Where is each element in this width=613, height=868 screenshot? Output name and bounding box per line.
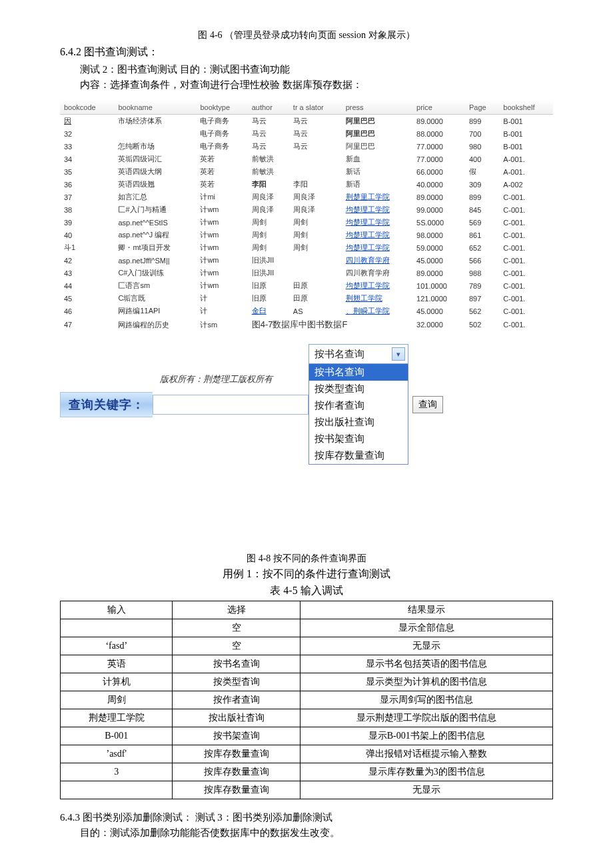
query-option[interactable]: 按书架查询 (309, 431, 408, 447)
db-cell: 44 (60, 279, 114, 292)
db-cell: 34 (60, 153, 114, 165)
table-row: 45C垢言既计旧原田原荆翅工学院121.0000897C-001. (60, 292, 553, 305)
db-header-cell: Page (465, 101, 499, 115)
result-cell: 空 (173, 637, 301, 655)
db-cell: 988 (465, 267, 499, 279)
db-cell: 周良泽 (248, 203, 289, 216)
db-cell (289, 165, 342, 178)
db-cell: 匚语言sm (114, 279, 196, 292)
db-cell: C-001. (499, 241, 553, 254)
db-cell: 计wm (196, 267, 247, 279)
chevron-down-icon[interactable]: ▾ (392, 347, 405, 361)
db-cell: 计wm (196, 254, 247, 267)
table-row: 35英语四级大纲英若前敏洪新话66.0000假A-001. (60, 165, 553, 178)
test3-purpose: 目的：测试添加删除功能能否使数据库中的数据发生改变。 (60, 827, 553, 839)
db-cell: C-001. (499, 292, 553, 305)
db-cell: 652 (465, 241, 499, 254)
result-cell: 显示书名包括英语的图书信息 (301, 655, 553, 673)
result-cell: 按书名查询 (173, 655, 301, 673)
db-cell: 新话 (342, 165, 412, 178)
result-cell: 按作者查询 (173, 691, 301, 709)
db-cell: 89.0000 (412, 115, 465, 128)
db-cell: 新语 (342, 178, 412, 191)
db-cell: 电子商务 (196, 140, 247, 153)
db-cell: 斗1 (60, 241, 114, 254)
db-cell: 40.0000 (412, 178, 465, 191)
db-header-cell: price (412, 101, 465, 115)
db-cell: 47 (60, 317, 114, 332)
db-cell: 荆楚里工学院 (342, 191, 412, 203)
db-cell: 均楚理工学院 (342, 279, 412, 292)
table-row: 英语按书名查询显示书名包括英语的图书信息 (61, 655, 553, 673)
db-cell: C#入门级训练 (114, 267, 196, 279)
db-cell: 36 (60, 178, 114, 191)
copyright-text: 版权所有：荆楚理工版权所有 (160, 373, 273, 385)
query-option[interactable]: 按书名查询 (309, 364, 408, 381)
db-cell: 101.0000 (412, 279, 465, 292)
db-cell: 周剑 (248, 241, 289, 254)
result-cell: 英语 (61, 655, 173, 673)
result-cell: 周剑 (61, 691, 173, 709)
table-row: 因市场经济体系电子商务马云马云阿里巴巴89.0000899B-001 (60, 115, 553, 128)
table-row: 33怎纯断市场电子商务马云马云阿里巴巴77.0000980B-001 (60, 140, 553, 153)
db-cell: C垢言既 (114, 292, 196, 305)
db-header-cell: author (248, 101, 289, 115)
db-cell: 计wm (196, 229, 247, 241)
result-cell: 按库存数量查询 (173, 745, 301, 763)
db-cell: 英若 (196, 165, 247, 178)
table-row: 46网路编11API计金臼AS、荆瞬工学院45.0000562C-001. (60, 305, 553, 317)
db-cell: 市场经济体系 (114, 115, 196, 128)
database-book-table: bookcodebooknamebooktypeauthortr a slato… (60, 101, 553, 332)
db-cell: 四川教育学府 (342, 267, 412, 279)
db-cell: 四川教育学府 (342, 254, 412, 267)
query-option[interactable]: 按出版社查询 (309, 414, 408, 431)
db-cell: C-001. (499, 317, 553, 332)
db-cell: 700 (465, 127, 499, 140)
db-cell: C-001. (499, 203, 553, 216)
db-cell: 李阳 (248, 178, 289, 191)
db-cell: 89.0000 (412, 267, 465, 279)
section-6-4-3-title: 6.4.3 图书类别添加删除测试： 测试 3：图书类别添加删除测试 (60, 811, 553, 824)
query-option[interactable]: 按类型查询 (309, 381, 408, 397)
db-cell: 网路编程的历史 (114, 317, 196, 332)
table-row: 39asp.net^^EStIS计wm周剑周剑均楚理工学院5S.0000569C… (60, 216, 553, 229)
query-keyword-input[interactable] (153, 395, 308, 415)
test2-purpose: 测试 2：图书查询测试 目的：测试图书查询功能 (60, 63, 553, 76)
db-header-cell: booktype (196, 101, 247, 115)
db-cell: 33 (60, 140, 114, 153)
db-cell: B-001 (499, 115, 553, 128)
query-submit-button[interactable]: 查询 (412, 396, 443, 413)
db-cell: 35 (60, 165, 114, 178)
db-cell: 电子商务 (196, 115, 247, 128)
query-select-value: 按书名查询 (314, 348, 364, 361)
db-cell: 88.0000 (412, 127, 465, 140)
db-cell: 英语四级翘 (114, 178, 196, 191)
query-option[interactable]: 按库存数量查询 (309, 447, 408, 464)
table-row: 37如言汇总计mi周良泽周良泽荆楚里工学院89.0000899C-001. (60, 191, 553, 203)
db-cell: 金臼 (248, 305, 289, 317)
table-row: 40asp.net^^J 编程计wm周剑周剑均楚理工学院98.0000861C-… (60, 229, 553, 241)
db-cell: 旧洪JII (248, 254, 289, 267)
table-row: 43C#入门级训练计wm旧洪JII四川教育学府89.0000988C-001. (60, 267, 553, 279)
db-cell: 897 (465, 292, 499, 305)
db-header-cell: press (342, 101, 412, 115)
db-cell: 旧原 (248, 292, 289, 305)
db-cell: 电子商务 (196, 127, 247, 140)
db-cell: 46 (60, 305, 114, 317)
db-cell: A-001. (499, 153, 553, 165)
query-type-select[interactable]: 按书名查询 ▾ 按书名查询按类型查询按作者查询按出版社查询按书架查询按库存数量查… (308, 344, 408, 465)
db-cell: 假 (465, 165, 499, 178)
db-cell: 田原 (289, 279, 342, 292)
table-row: 按库存数量查询无显示 (61, 781, 553, 799)
table-row: 空显示全部信息 (61, 619, 553, 637)
db-cell: 周良泽 (248, 191, 289, 203)
db-cell: 、荆瞬工学院 (342, 305, 412, 317)
result-cell: 显示库存数量为3的图书信息 (301, 763, 553, 781)
db-cell: 789 (465, 279, 499, 292)
db-cell: 861 (465, 229, 499, 241)
query-option[interactable]: 按作者查询 (309, 397, 408, 414)
db-cell: C-001. (499, 267, 553, 279)
table-4-5-caption: 表 4-5 输入调试 (60, 584, 553, 598)
db-cell: 121.0000 (412, 292, 465, 305)
db-cell: 匚#入门与精通 (114, 203, 196, 216)
